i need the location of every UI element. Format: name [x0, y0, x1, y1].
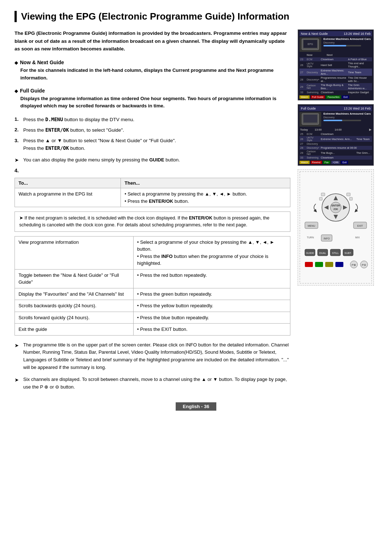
- bottom-note-1-text: The programme title is on the upper part…: [23, 341, 290, 371]
- exit-btn[interactable]: Exit: [342, 95, 349, 99]
- exit-btn-2[interactable]: Exit: [341, 161, 348, 164]
- view-programme-col1: View programme information: [15, 236, 134, 269]
- view-programme-col2: • Select a programme of your choice by p…: [133, 236, 290, 269]
- epg-row: 28 Discovery+ Programmes resume at 06:00: [299, 146, 372, 150]
- svg-rect-33: [335, 262, 343, 267]
- svg-rect-32: [325, 262, 333, 267]
- rewind-btn[interactable]: Rewind: [311, 161, 322, 164]
- epg-row: 27 Discovery: [299, 142, 372, 146]
- arrow-sym-2: ➤: [15, 376, 20, 391]
- table-row: Exit the guide • Press the EXIT button.: [15, 324, 290, 336]
- now-next-screen-label: Now & Next Guide: [301, 32, 328, 36]
- table-row: Scrolls forward quickly (24 hours). • Pr…: [15, 312, 290, 324]
- svg-text:DUAL: DUAL: [319, 252, 326, 254]
- table-col1-header: To...: [15, 178, 121, 188]
- table-row: View programme information • Select a pr…: [15, 236, 290, 269]
- full-guide-time: 13:26 Wed 16 Feb: [344, 107, 371, 110]
- svg-rect-38: [321, 193, 325, 196]
- full-guide-body: Displays the programme information as ti…: [20, 95, 290, 110]
- table-row: Display the "Favourites" and the "All Ch…: [15, 288, 290, 300]
- remote-svg: ENTER /OK MENU EXIT INFO: [299, 171, 372, 284]
- scroll-back-col1: Scrolls backwards quickly (24 hours).: [15, 300, 134, 312]
- now-next-buttons: Watch Full Guide Favourites Exit: [299, 95, 372, 99]
- toggle-col2: • Press the red button repeatedly.: [133, 269, 290, 288]
- svg-text:STILL: STILL: [332, 252, 339, 254]
- scroll-fwd-col2: • Press the blue button repeatedly.: [133, 312, 290, 324]
- step-num-2: 2.: [15, 126, 20, 134]
- svg-text:P⊖: P⊖: [362, 263, 366, 267]
- svg-text:ENTER: ENTER: [331, 204, 340, 207]
- step-4-label: 4.: [15, 168, 290, 173]
- now-next-body: For the six channels indicated in the le…: [20, 67, 290, 82]
- step-1-text: Press the D.MENU button to display the D…: [23, 116, 134, 123]
- watch-btn[interactable]: Watch: [299, 95, 310, 99]
- epg-actions-table: View programme information • Select a pr…: [15, 236, 290, 336]
- scheduling-note: ➤ If the next program is selected, it is…: [15, 211, 290, 232]
- bottom-note-1: ➤ The programme title is on the upper pa…: [15, 341, 290, 371]
- svg-text:MENU: MENU: [308, 225, 315, 227]
- now-next-title-bar: Now & Next Guide 13:26 Wed 16 Feb: [299, 31, 372, 36]
- steps-list: 1. Press the D.MENU button to display th…: [15, 116, 290, 152]
- full-guide-buttons: Watch Rewind Fav +24h Exit: [299, 161, 372, 164]
- svg-text:SUBT.: SUBT.: [344, 252, 352, 254]
- epg-row: 29 Cartoon Net The Bugs Bunny & Bea... T…: [299, 83, 372, 90]
- step-num-1: 1.: [15, 116, 20, 123]
- step-3-text: Press the ▲ or ▼ button to select "Now &…: [23, 137, 176, 152]
- table-cell-watch-col1: Watch a programme in the EPG list: [15, 188, 121, 207]
- epg-row: 26 UKTV Style Extreme Machines: Arm... T…: [299, 136, 372, 142]
- favourites-btn[interactable]: Favourites: [326, 95, 341, 99]
- favourites-btn-2[interactable]: Fav: [323, 161, 330, 164]
- page-footer: English - 36: [15, 402, 377, 411]
- colours-btn[interactable]: +24h: [331, 161, 340, 164]
- tv-icon: EPG: [301, 38, 319, 51]
- full-guide-title-bar: Full Guide 13:26 Wed 16 Feb: [299, 106, 372, 111]
- guide-button-note: ➤ You can also display the guide menu si…: [15, 156, 290, 164]
- guide-button-text: You can also display the guide menu simp…: [23, 156, 180, 164]
- table-cell-watch-col2: • Select a programme by pressing the ▲, …: [121, 188, 290, 207]
- exit-col1: Exit the guide: [15, 324, 134, 336]
- svg-text:EXIT: EXIT: [357, 225, 363, 227]
- now-next-header: ◆ Now & Next Guide: [15, 59, 290, 65]
- now-next-time: 13:26 Wed 16 Feb: [344, 32, 371, 36]
- exit-col2: • Press the EXIT button.: [133, 324, 290, 336]
- svg-rect-41: [350, 197, 352, 200]
- svg-text:/OK: /OK: [334, 208, 338, 210]
- step-3: 3. Press the ▲ or ▼ button to select "No…: [15, 137, 290, 152]
- right-column: Now & Next Guide 13:26 Wed 16 Feb EPG Ex…: [298, 29, 377, 395]
- epg-row: 29 Cartoon Net The Bugs... The Grim...: [299, 150, 372, 156]
- svg-text:TURN: TURN: [307, 236, 314, 239]
- step-num-3: 3.: [15, 137, 20, 152]
- table-col2-header: Then...: [121, 178, 290, 188]
- tv-icon-2: [301, 113, 319, 126]
- svg-text:GUIDE: GUIDE: [306, 252, 314, 254]
- arrow-sym-1: ➤: [15, 341, 20, 371]
- step-2: 2. Press the ENTER/OK button, to select …: [15, 126, 290, 134]
- svg-rect-4: [303, 115, 317, 123]
- epg-row: 27 Discovery Extreme Machines: Arm... Ti…: [299, 69, 372, 76]
- svg-text:P⊕: P⊕: [352, 263, 356, 267]
- svg-text:MIX: MIX: [355, 236, 360, 239]
- watch-btn-2[interactable]: Watch: [299, 161, 310, 164]
- svg-rect-30: [305, 262, 313, 267]
- step-1: 1. Press the D.MENU button to display th…: [15, 116, 290, 123]
- bottom-note-2-text: Six channels are displayed. To scroll be…: [23, 376, 290, 391]
- page-title: Viewing the EPG (Electronic Programme Gu…: [15, 11, 377, 22]
- step-2-text: Press the ENTER/OK button, to select "Gu…: [23, 126, 124, 134]
- full-guide-header: ◆ Full Guide: [15, 88, 290, 94]
- table-row: Scrolls backwards quickly (24 hours). • …: [15, 300, 290, 312]
- epg-row: 25 ECM Closetown: [299, 132, 372, 136]
- epg-programme-info-1: Extreme Machines Armoured Cars Discovery: [323, 37, 371, 51]
- full-guide-screen-label: Full Guide: [301, 107, 316, 110]
- scroll-fwd-col1: Scrolls forward quickly (24 hours).: [15, 312, 134, 324]
- now-next-screen: Now & Next Guide 13:26 Wed 16 Feb EPG Ex…: [298, 29, 374, 100]
- scroll-back-col2: • Press the yellow button repeatedly.: [133, 300, 290, 312]
- full-guide-btn[interactable]: Full Guide: [311, 95, 325, 99]
- left-column: The EPG (Electronic Programme Guide) inf…: [15, 29, 290, 395]
- svg-rect-39: [347, 193, 350, 196]
- svg-rect-40: [319, 197, 322, 200]
- table-row: Toggle between the "Now & Next Guide" or…: [15, 269, 290, 288]
- svg-rect-31: [315, 262, 323, 267]
- bottom-note-2: ➤ Six channels are displayed. To scroll …: [15, 376, 290, 391]
- epg-row: 26 UKTV Style Hard Sell This end and Tho…: [299, 61, 372, 69]
- table-row: Watch a programme in the EPG list • Sele…: [15, 188, 290, 207]
